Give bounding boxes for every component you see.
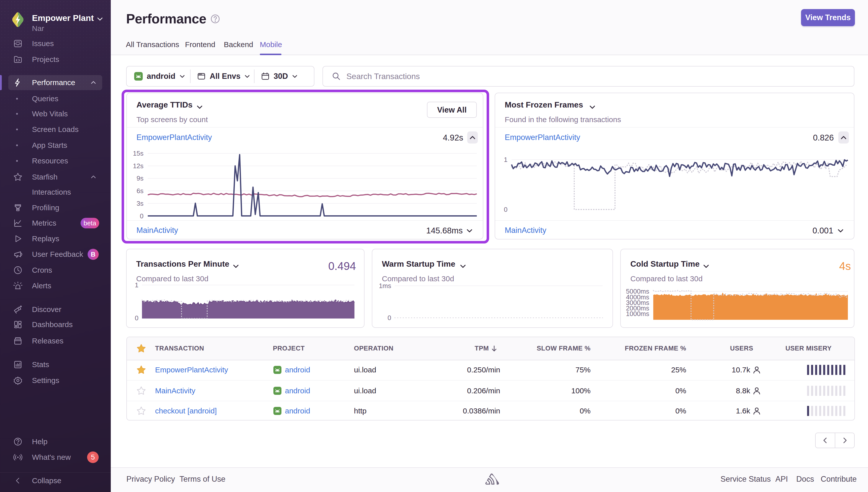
svg-text:3s: 3s [137,200,144,207]
svg-text:0: 0 [140,212,144,220]
svg-text:1ms: 1ms [379,282,391,290]
svg-text:1000ms: 1000ms [626,310,649,318]
svg-text:0: 0 [504,206,508,213]
svg-text:0: 0 [388,314,391,322]
svg-text:9s: 9s [137,174,144,182]
svg-text:15s: 15s [133,150,144,157]
svg-text:1: 1 [135,282,138,289]
svg-text:6s: 6s [137,187,144,195]
svg-text:12s: 12s [133,162,144,170]
svg-text:1: 1 [504,156,508,164]
svg-text:0: 0 [135,314,138,322]
